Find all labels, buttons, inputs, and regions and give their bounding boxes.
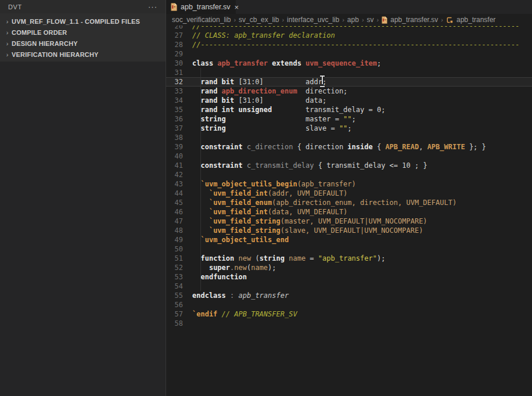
code-line[interactable]: 31	[166, 68, 532, 77]
line-number[interactable]: 30	[166, 59, 192, 68]
code-line[interactable]: 56	[166, 300, 532, 309]
line-number[interactable]: 38	[166, 133, 192, 142]
code-line[interactable]: 26//------------------------------------…	[166, 26, 532, 31]
code-text: `uvm_field_string(slave, UVM_DEFAULT|UVM…	[192, 226, 423, 235]
line-number[interactable]: 46	[166, 207, 192, 217]
line-number[interactable]: 56	[166, 300, 192, 309]
line-number[interactable]: 54	[166, 282, 192, 291]
code-text: rand bit [31:0] data;	[192, 96, 326, 105]
line-number[interactable]: 53	[166, 272, 192, 282]
code-line[interactable]: 50	[166, 244, 532, 254]
line-number[interactable]: 47	[166, 217, 192, 226]
code-line[interactable]: 36 string master = "";	[166, 114, 532, 124]
sidebar-item-verification-hierarchy[interactable]: › VERIFICATION HIERARCHY	[0, 49, 166, 60]
code-line[interactable]: 33 rand apb_direction_enum direction;	[166, 87, 532, 96]
chevron-right-icon[interactable]: ›	[3, 40, 12, 47]
code-line[interactable]: 38	[166, 133, 532, 142]
indent-guide	[200, 68, 201, 291]
breadcrumb-segment[interactable]: apb	[347, 16, 359, 24]
line-number[interactable]: 58	[166, 319, 192, 328]
code-line[interactable]: 52 super.new(name);	[166, 263, 532, 272]
chevron-right-icon[interactable]: ›	[3, 29, 12, 36]
code-text: `uvm_field_enum(apb_direction_enum, dire…	[192, 199, 456, 207]
close-icon[interactable]: ×	[234, 3, 239, 11]
sidebar-item-label: UVM_REF_FLOW_1.1 - COMPILED FILES	[12, 18, 140, 25]
line-number[interactable]: 37	[166, 124, 192, 133]
breadcrumb-segment[interactable]: apb_transfer	[456, 16, 495, 24]
breadcrumb-segment[interactable]: interface_uvc_lib	[287, 16, 339, 24]
line-number[interactable]: 36	[166, 114, 192, 124]
line-number[interactable]: 57	[166, 309, 192, 319]
breadcrumb-segment[interactable]: apb_transfer.sv	[390, 16, 438, 24]
line-number[interactable]: 50	[166, 244, 192, 254]
code-line[interactable]: 46 `uvm_field_int(data, UVM_DEFAULT)	[166, 207, 532, 217]
code-line[interactable]: 54	[166, 282, 532, 291]
code-line-current[interactable]: 32 rand bit [31:0] addr;	[166, 77, 532, 87]
code-line[interactable]: 53 endfunction	[166, 272, 532, 282]
code-line[interactable]: 47 `uvm_field_string(master, UVM_DEFAULT…	[166, 217, 532, 226]
line-number[interactable]: 55	[166, 291, 192, 300]
sidebar-item-design-hierarchy[interactable]: › DESIGN HIERARCHY	[0, 38, 166, 49]
line-number[interactable]: 40	[166, 152, 192, 161]
line-number[interactable]: 26	[166, 26, 192, 31]
sidebar-item-compile-order[interactable]: › COMPILE ORDER	[0, 27, 166, 38]
line-number[interactable]: 49	[166, 235, 192, 244]
tab-apb-transfer[interactable]: apb_transfer.sv ×	[166, 0, 236, 14]
breadcrumb-segment[interactable]: soc_verification_lib	[172, 16, 231, 24]
line-number[interactable]: 33	[166, 87, 192, 96]
code-text: constraint c_direction { direction insid…	[192, 143, 486, 151]
line-number[interactable]: 51	[166, 254, 192, 263]
code-text: //--------------------------------------…	[192, 41, 520, 49]
line-number[interactable]: 43	[166, 179, 192, 189]
line-number[interactable]: 42	[166, 170, 192, 179]
code-text: endclass : apb_transfer	[192, 291, 289, 300]
line-number[interactable]: 27	[166, 31, 192, 40]
sv-file-icon	[171, 3, 177, 11]
code-line[interactable]: 43 `uvm_object_utils_begin(apb_transfer)	[166, 179, 532, 189]
code-line[interactable]: 37 string slave = "";	[166, 124, 532, 133]
code-editor[interactable]: 26//------------------------------------…	[166, 26, 532, 396]
line-number[interactable]: 48	[166, 226, 192, 235]
breadcrumb-segment[interactable]: sv_cb_ex_lib	[239, 16, 279, 24]
more-actions-icon[interactable]: ···	[148, 3, 157, 10]
line-number[interactable]: 32	[166, 77, 192, 87]
breadcrumb-segment[interactable]: sv	[367, 16, 374, 24]
code-line[interactable]: 58	[166, 319, 532, 328]
code-line[interactable]: 35 rand int unsigned transmit_delay = 0;	[166, 105, 532, 114]
code-line[interactable]: 45 `uvm_field_enum(apb_direction_enum, d…	[166, 198, 532, 207]
line-number[interactable]: 35	[166, 105, 192, 114]
class-symbol-icon	[446, 16, 454, 24]
code-line[interactable]: 27// CLASS: apb_transfer declaration	[166, 31, 532, 40]
line-number[interactable]: 29	[166, 49, 192, 59]
line-number[interactable]: 34	[166, 96, 192, 105]
code-line[interactable]: 34 rand bit [31:0] data;	[166, 96, 532, 105]
chevron-separator-icon: ›	[362, 16, 364, 23]
code-text: function new (string name = "apb_transfe…	[192, 254, 385, 262]
line-number[interactable]: 45	[166, 198, 192, 207]
code-line[interactable]: 49 `uvm_object_utils_end	[166, 235, 532, 244]
line-number[interactable]: 39	[166, 142, 192, 152]
chevron-right-icon[interactable]: ›	[3, 18, 12, 25]
code-line[interactable]: 41 constraint c_transmit_delay { transmi…	[166, 161, 532, 170]
code-line[interactable]: 51 function new (string name = "apb_tran…	[166, 254, 532, 263]
chevron-right-icon[interactable]: ›	[3, 51, 12, 58]
line-number[interactable]: 52	[166, 263, 192, 272]
code-line[interactable]: 55endclass : apb_transfer	[166, 291, 532, 300]
code-line[interactable]: 44 `uvm_field_int(addr, UVM_DEFAULT)	[166, 189, 532, 198]
code-line[interactable]: 48 `uvm_field_string(slave, UVM_DEFAULT|…	[166, 226, 532, 235]
code-text: `uvm_field_string(master, UVM_DEFAULT|UV…	[192, 217, 427, 225]
code-line[interactable]: 57`endif // APB_TRANSFER_SV	[166, 309, 532, 319]
code-line[interactable]: 28//------------------------------------…	[166, 40, 532, 49]
line-number[interactable]: 31	[166, 68, 192, 77]
line-number[interactable]: 41	[166, 161, 192, 170]
sidebar-item-compiled-files[interactable]: › UVM_REF_FLOW_1.1 - COMPILED FILES	[0, 16, 166, 27]
line-number[interactable]: 44	[166, 189, 192, 198]
code-line[interactable]: 40	[166, 152, 532, 161]
line-number[interactable]: 28	[166, 40, 192, 49]
code-line[interactable]: 30class apb_transfer extends uvm_sequenc…	[166, 59, 532, 68]
editor-group: apb_transfer.sv × soc_verification_lib ›…	[166, 0, 532, 396]
sidebar-item-label: COMPILE ORDER	[12, 29, 67, 36]
code-line[interactable]: 42	[166, 170, 532, 179]
code-line[interactable]: 29	[166, 49, 532, 59]
code-line[interactable]: 39 constraint c_direction { direction in…	[166, 142, 532, 152]
